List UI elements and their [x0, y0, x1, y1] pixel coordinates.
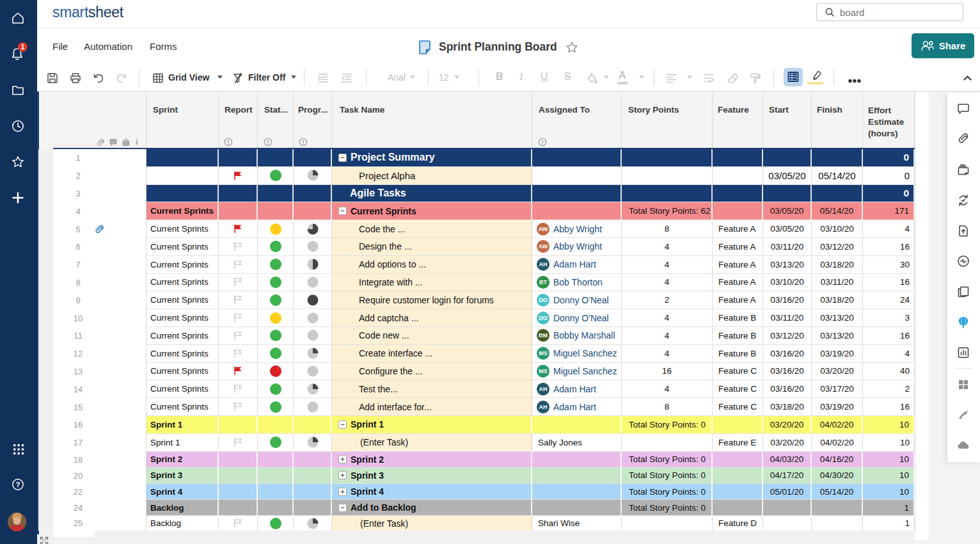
- svg-text:?: ?: [16, 481, 20, 488]
